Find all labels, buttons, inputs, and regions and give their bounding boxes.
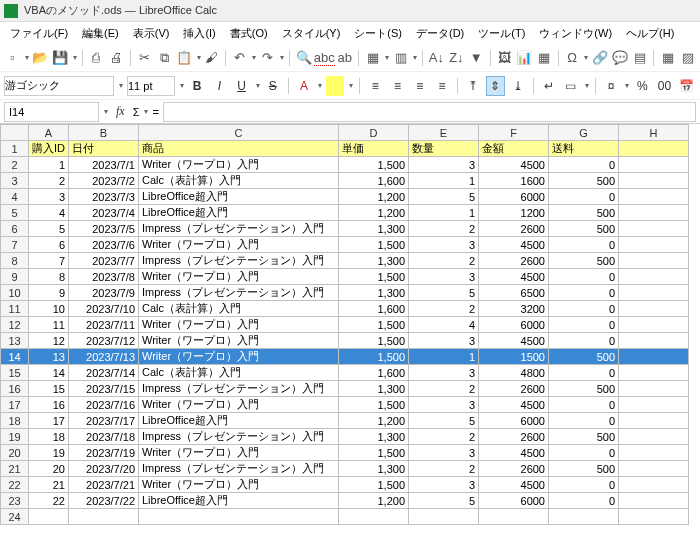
row-header[interactable]: 6 xyxy=(1,221,29,237)
cell[interactable]: 2023/7/17 xyxy=(69,413,139,429)
align-top-button[interactable]: ⤒ xyxy=(464,76,482,96)
cell[interactable]: 2600 xyxy=(479,253,549,269)
merge-cells-button[interactable]: ▭ xyxy=(562,76,580,96)
cell[interactable]: 1 xyxy=(409,205,479,221)
cell[interactable]: 0 xyxy=(549,269,619,285)
cell[interactable]: 1 xyxy=(409,173,479,189)
cell[interactable] xyxy=(619,221,689,237)
redo-icon[interactable]: ↷ xyxy=(259,49,276,67)
col-header-A[interactable]: A xyxy=(29,125,69,141)
cell[interactable]: 1,500 xyxy=(339,157,409,173)
cell[interactable]: 1,300 xyxy=(339,285,409,301)
cell[interactable]: 2 xyxy=(409,461,479,477)
cell[interactable]: 0 xyxy=(549,317,619,333)
cell[interactable]: 0 xyxy=(549,365,619,381)
name-box[interactable] xyxy=(4,102,99,122)
cell[interactable]: 1,200 xyxy=(339,205,409,221)
cell[interactable]: 3 xyxy=(409,445,479,461)
cell[interactable]: 0 xyxy=(549,285,619,301)
col-header-B[interactable]: B xyxy=(69,125,139,141)
row-header[interactable]: 18 xyxy=(1,413,29,429)
cell[interactable]: 3 xyxy=(409,365,479,381)
sort-desc-icon[interactable]: Z↓ xyxy=(448,49,465,67)
cell[interactable]: 500 xyxy=(549,429,619,445)
col-header-D[interactable]: D xyxy=(339,125,409,141)
header-cell[interactable]: 金額 xyxy=(479,141,549,157)
cell[interactable]: 6000 xyxy=(479,493,549,509)
cell[interactable]: Calc（表計算）入門 xyxy=(139,173,339,189)
menu-tool[interactable]: ツール(T) xyxy=(472,24,531,43)
row-header[interactable]: 10 xyxy=(1,285,29,301)
cell[interactable]: 2023/7/9 xyxy=(69,285,139,301)
cell[interactable]: 0 xyxy=(549,301,619,317)
row-header[interactable]: 13 xyxy=(1,333,29,349)
row-header[interactable]: 14 xyxy=(1,349,29,365)
cell[interactable] xyxy=(619,253,689,269)
header-cell[interactable]: 単価 xyxy=(339,141,409,157)
cell[interactable] xyxy=(619,269,689,285)
cell[interactable]: 0 xyxy=(549,493,619,509)
wrap-text-button[interactable]: ↵ xyxy=(540,76,558,96)
cell[interactable]: LibreOffice超入門 xyxy=(139,189,339,205)
cell[interactable]: 1,500 xyxy=(339,445,409,461)
cell[interactable]: 2 xyxy=(409,381,479,397)
align-justify-button[interactable]: ≡ xyxy=(433,76,451,96)
cell[interactable]: 1600 xyxy=(479,173,549,189)
cell[interactable]: 7 xyxy=(29,253,69,269)
cell[interactable]: 1200 xyxy=(479,205,549,221)
cell[interactable]: Writer（ワープロ）入門 xyxy=(139,349,339,365)
select-all-corner[interactable] xyxy=(1,125,29,141)
cell[interactable]: 3 xyxy=(409,397,479,413)
align-right-button[interactable]: ≡ xyxy=(411,76,429,96)
menu-data[interactable]: データ(D) xyxy=(410,24,470,43)
menu-view[interactable]: 表示(V) xyxy=(127,24,176,43)
cell[interactable]: 1500 xyxy=(479,349,549,365)
cell[interactable] xyxy=(619,381,689,397)
cell[interactable]: Impress（プレゼンテーション）入門 xyxy=(139,253,339,269)
cell[interactable]: 6500 xyxy=(479,285,549,301)
cell[interactable]: 1,500 xyxy=(339,349,409,365)
cell[interactable]: 2023/7/1 xyxy=(69,157,139,173)
cell[interactable]: 500 xyxy=(549,349,619,365)
undo-icon[interactable]: ↶ xyxy=(231,49,248,67)
cell[interactable]: 2023/7/21 xyxy=(69,477,139,493)
cell[interactable]: 2023/7/2 xyxy=(69,173,139,189)
cell[interactable]: 1,500 xyxy=(339,397,409,413)
cell[interactable]: 3 xyxy=(29,189,69,205)
row-header[interactable]: 11 xyxy=(1,301,29,317)
sum-icon[interactable]: Σ xyxy=(133,106,140,118)
cell[interactable]: 2023/7/13 xyxy=(69,349,139,365)
align-middle-button[interactable]: ⇕ xyxy=(486,76,504,96)
cell[interactable]: 4800 xyxy=(479,365,549,381)
spellcheck-auto-icon[interactable]: ab xyxy=(336,49,353,67)
cell[interactable]: 5 xyxy=(409,493,479,509)
header-cell[interactable]: 送料 xyxy=(549,141,619,157)
cell[interactable]: 3 xyxy=(409,237,479,253)
special-char-icon[interactable]: Ω xyxy=(564,49,581,67)
cell[interactable]: 500 xyxy=(549,221,619,237)
cell[interactable]: 4 xyxy=(29,205,69,221)
cell[interactable]: 18 xyxy=(29,429,69,445)
menu-help[interactable]: ヘルプ(H) xyxy=(620,24,680,43)
image-icon[interactable]: 🖼 xyxy=(496,49,513,67)
cell[interactable] xyxy=(619,397,689,413)
cell[interactable]: Writer（ワープロ）入門 xyxy=(139,477,339,493)
cell[interactable]: 1,300 xyxy=(339,253,409,269)
cell[interactable]: 4500 xyxy=(479,445,549,461)
cell[interactable] xyxy=(619,333,689,349)
cell[interactable]: 5 xyxy=(409,189,479,205)
cell[interactable] xyxy=(619,237,689,253)
row-header[interactable]: 5 xyxy=(1,205,29,221)
cell[interactable]: Writer（ワープロ）入門 xyxy=(139,397,339,413)
cell[interactable]: 0 xyxy=(549,333,619,349)
cell[interactable]: 1,200 xyxy=(339,413,409,429)
cell[interactable]: 3 xyxy=(409,477,479,493)
row-header[interactable]: 9 xyxy=(1,269,29,285)
cell[interactable]: 2023/7/3 xyxy=(69,189,139,205)
row-header[interactable]: 17 xyxy=(1,397,29,413)
cell[interactable]: 2600 xyxy=(479,221,549,237)
cell[interactable]: 11 xyxy=(29,317,69,333)
number-button[interactable]: 00 xyxy=(655,76,673,96)
cell[interactable]: 2 xyxy=(409,221,479,237)
menu-file[interactable]: ファイル(F) xyxy=(4,24,74,43)
